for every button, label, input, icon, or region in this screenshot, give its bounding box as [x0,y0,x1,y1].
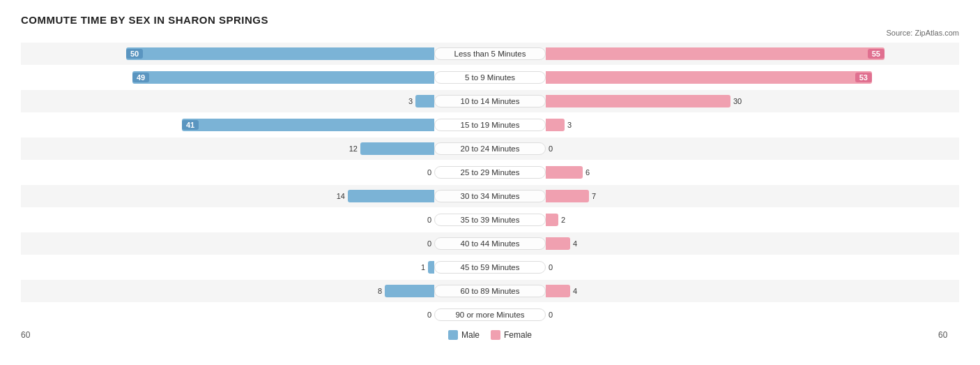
female-bar [546,214,558,226]
male-bar: 41 [182,119,434,131]
center-label: 15 to 19 Minutes [434,119,546,131]
female-bar [546,119,565,131]
male-value: 0 [418,311,431,319]
right-side: 6 [546,161,959,184]
male-bar [385,285,434,297]
left-side: 1 [21,256,434,278]
left-side: 0 [21,209,434,231]
center-label: Less than 5 Minutes [434,47,546,60]
left-side: 50 [21,43,434,65]
female-value: 0 [549,263,562,271]
female-value: 3 [567,121,581,129]
bar-row: 0 35 to 39 Minutes 2 [21,209,959,231]
center-label: 20 to 24 Minutes [434,142,546,155]
bar-row: 12 20 to 24 Minutes 0 [21,137,959,160]
female-value: 2 [561,216,575,224]
bar-row: 0 90 or more Minutes 0 [21,304,959,326]
male-bar: 50 [126,47,434,60]
chart-title: COMMUTE TIME BY SEX IN SHARON SPRINGS [21,14,959,26]
male-bar: 49 [132,71,434,84]
male-value: 0 [418,216,431,224]
legend-female-label: Female [504,330,532,340]
right-side: 3 [546,114,959,136]
male-value: 12 [344,144,358,153]
axis-right-label: 60 [938,330,959,340]
female-bubble: 53 [855,73,872,82]
source-label: Source: ZipAtlas.com [21,29,959,37]
left-side: 41 [21,114,434,136]
female-value: 0 [549,144,562,153]
bar-row: 0 40 to 44 Minutes 4 [21,232,959,255]
left-side: 8 [21,280,434,302]
center-label: 35 to 39 Minutes [434,214,546,226]
left-side: 3 [21,90,434,112]
right-side: 0 [546,137,959,160]
male-bar [348,190,434,202]
right-side: 55 [546,43,959,65]
left-side: 49 [21,66,434,89]
center-label: 40 to 44 Minutes [434,237,546,250]
male-bar [415,95,434,107]
bar-row: 3 10 to 14 Minutes 30 [21,90,959,112]
male-value: 3 [399,97,413,105]
female-bar [546,285,570,297]
axis-left-label: 60 [21,330,42,340]
center-label: 25 to 29 Minutes [434,166,546,179]
right-side: 30 [546,90,959,112]
female-bar: 55 [546,47,885,60]
male-value: 0 [418,168,431,177]
female-bar: 53 [546,71,872,84]
center-label: 5 to 9 Minutes [434,71,546,84]
male-bar [360,142,434,155]
bar-row: 49 5 to 9 Minutes 53 [21,66,959,89]
bar-row: 41 15 to 19 Minutes 3 [21,114,959,136]
female-bar [546,95,730,107]
center-label: 30 to 34 Minutes [434,190,546,202]
right-side: 2 [546,209,959,231]
right-side: 7 [546,185,959,207]
legend-female: Female [491,330,532,340]
bar-row: 1 45 to 59 Minutes 0 [21,256,959,278]
center-label: 60 to 89 Minutes [434,285,546,297]
bar-row: 50 Less than 5 Minutes 55 [21,43,959,65]
legend: Male Female [448,330,532,340]
male-bar [428,261,434,274]
female-value: 6 [585,168,599,177]
male-value: 0 [418,239,431,248]
legend-male-label: Male [461,330,480,340]
center-label: 45 to 59 Minutes [434,261,546,274]
left-side: 14 [21,185,434,207]
bar-row: 14 30 to 34 Minutes 7 [21,185,959,207]
center-label: 10 to 14 Minutes [434,95,546,107]
female-value: 0 [549,311,562,319]
female-value: 4 [573,239,587,248]
male-bubble: 41 [182,120,199,130]
female-value: 4 [573,287,587,295]
male-value: 1 [411,263,425,271]
male-bubble: 50 [126,49,143,59]
male-swatch [448,330,458,340]
center-label: 90 or more Minutes [434,308,546,321]
female-value: 7 [592,192,606,200]
left-side: 0 [21,232,434,255]
female-swatch [491,330,500,340]
female-value: 30 [733,97,747,105]
male-value: 14 [331,192,345,200]
bar-row: 0 25 to 29 Minutes 6 [21,161,959,184]
female-bar [546,166,583,179]
left-side: 0 [21,304,434,326]
male-bubble: 49 [132,73,149,82]
female-bar [546,190,589,202]
left-side: 0 [21,161,434,184]
male-value: 8 [368,287,382,295]
right-side: 0 [546,256,959,278]
right-side: 0 [546,304,959,326]
right-side: 4 [546,280,959,302]
left-side: 12 [21,137,434,160]
right-side: 53 [546,66,959,89]
bar-row: 8 60 to 89 Minutes 4 [21,280,959,302]
female-bubble: 55 [868,49,885,59]
female-bar [546,237,570,250]
chart-area: 50 Less than 5 Minutes 55 49 5 to 9 Minu… [21,43,959,326]
right-side: 4 [546,232,959,255]
